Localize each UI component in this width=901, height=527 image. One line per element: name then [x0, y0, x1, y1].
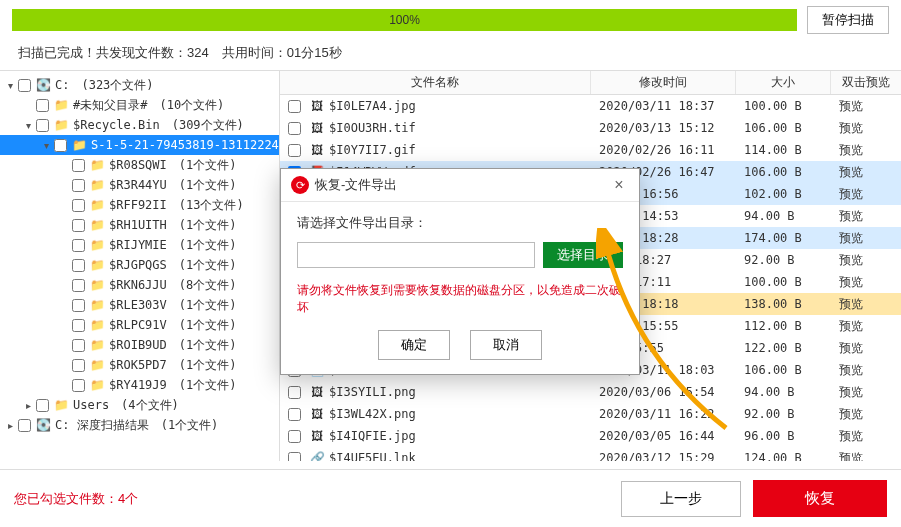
previous-step-button[interactable]: 上一步: [621, 481, 741, 517]
expand-toggle[interactable]: [58, 160, 70, 171]
file-row[interactable]: 🖼$I3SYILI.png2020/03/06 15:5494.00 B预览: [280, 381, 901, 403]
file-row[interactable]: 🖼$I3WL42X.png2020/03/11 16:2292.00 B预览: [280, 403, 901, 425]
expand-toggle[interactable]: [58, 260, 70, 271]
tree-item[interactable]: $RH1UITH (1个文件): [0, 215, 279, 235]
file-date: 2020/03/11 16:22: [591, 407, 736, 421]
file-preview-link[interactable]: 预览: [831, 406, 901, 423]
expand-toggle[interactable]: [58, 380, 70, 391]
file-preview-link[interactable]: 预览: [831, 208, 901, 225]
tree-item[interactable]: $RFF92II (13个文件): [0, 195, 279, 215]
tree-item[interactable]: $RJGPQGS (1个文件): [0, 255, 279, 275]
file-preview-link[interactable]: 预览: [831, 384, 901, 401]
file-preview-link[interactable]: 预览: [831, 362, 901, 379]
file-row[interactable]: 🖼$I4IQFIE.jpg2020/03/05 16:4496.00 B预览: [280, 425, 901, 447]
tree-checkbox[interactable]: [72, 299, 85, 312]
file-checkbox[interactable]: [288, 144, 301, 157]
expand-toggle[interactable]: [58, 200, 70, 211]
expand-toggle[interactable]: [58, 300, 70, 311]
tree-item[interactable]: #未知父目录# (10个文件): [0, 95, 279, 115]
file-row[interactable]: 🔗$I4UE5EU.lnk2020/03/12 15:29124.00 B预览: [280, 447, 901, 461]
expand-toggle[interactable]: [58, 320, 70, 331]
file-checkbox[interactable]: [288, 452, 301, 462]
tree-item[interactable]: ▾$Recycle.Bin (309个文件): [0, 115, 279, 135]
tree-checkbox[interactable]: [72, 319, 85, 332]
file-preview-link[interactable]: 预览: [831, 274, 901, 291]
tree-item[interactable]: ▾C: (323个文件): [0, 75, 279, 95]
tree-item[interactable]: ▾S-1-5-21-79453819-13112224: [0, 135, 279, 155]
expand-toggle[interactable]: [58, 360, 70, 371]
expand-toggle[interactable]: [58, 220, 70, 231]
tree-item[interactable]: $RLE303V (1个文件): [0, 295, 279, 315]
tree-item[interactable]: $RLPC91V (1个文件): [0, 315, 279, 335]
expand-toggle[interactable]: ▸: [4, 420, 16, 431]
tree-checkbox[interactable]: [72, 239, 85, 252]
folder-tree[interactable]: ▾C: (323个文件) #未知父目录# (10个文件)▾$Recycle.Bi…: [0, 71, 280, 461]
tree-checkbox[interactable]: [72, 219, 85, 232]
tree-item[interactable]: $RIJYMIE (1个文件): [0, 235, 279, 255]
col-preview[interactable]: 双击预览: [831, 71, 901, 94]
tree-checkbox[interactable]: [72, 159, 85, 172]
file-preview-link[interactable]: 预览: [831, 142, 901, 159]
col-size[interactable]: 大小: [736, 71, 831, 94]
tree-checkbox[interactable]: [36, 399, 49, 412]
tree-checkbox[interactable]: [72, 279, 85, 292]
tree-item[interactable]: $RKN6JJU (8个文件): [0, 275, 279, 295]
tree-item[interactable]: $R3R44YU (1个文件): [0, 175, 279, 195]
file-row[interactable]: 🖼$I0Y7II7.gif2020/02/26 16:11114.00 B预览: [280, 139, 901, 161]
file-preview-link[interactable]: 预览: [831, 120, 901, 137]
expand-toggle[interactable]: [58, 280, 70, 291]
file-preview-link[interactable]: 预览: [831, 340, 901, 357]
close-icon[interactable]: ×: [609, 175, 629, 195]
file-row[interactable]: 🖼$I0OU3RH.tif2020/03/13 15:12106.00 B预览: [280, 117, 901, 139]
file-preview-link[interactable]: 预览: [831, 252, 901, 269]
tree-checkbox[interactable]: [72, 259, 85, 272]
tree-checkbox[interactable]: [54, 139, 67, 152]
cancel-button[interactable]: 取消: [470, 330, 542, 360]
tree-item[interactable]: ▸Users (4个文件): [0, 395, 279, 415]
export-path-input[interactable]: [297, 242, 535, 268]
tree-item[interactable]: $ROK5PD7 (1个文件): [0, 355, 279, 375]
tree-checkbox[interactable]: [72, 379, 85, 392]
tree-item[interactable]: $RY419J9 (1个文件): [0, 375, 279, 395]
expand-toggle[interactable]: [58, 180, 70, 191]
tree-checkbox[interactable]: [36, 99, 49, 112]
tree-checkbox[interactable]: [72, 359, 85, 372]
recover-button[interactable]: 恢复: [753, 480, 887, 517]
file-preview-link[interactable]: 预览: [831, 230, 901, 247]
tree-checkbox[interactable]: [36, 119, 49, 132]
file-checkbox[interactable]: [288, 386, 301, 399]
file-preview-link[interactable]: 预览: [831, 296, 901, 313]
file-preview-link[interactable]: 预览: [831, 164, 901, 181]
folder-icon: [89, 178, 105, 192]
expand-toggle[interactable]: [22, 100, 34, 111]
file-preview-link[interactable]: 预览: [831, 186, 901, 203]
expand-toggle[interactable]: ▸: [22, 400, 34, 411]
file-preview-link[interactable]: 预览: [831, 450, 901, 462]
file-row[interactable]: 🖼$I0LE7A4.jpg2020/03/11 18:37100.00 B预览: [280, 95, 901, 117]
choose-folder-button[interactable]: 选择目录: [543, 242, 623, 268]
file-checkbox[interactable]: [288, 122, 301, 135]
tree-item[interactable]: $ROIB9UD (1个文件): [0, 335, 279, 355]
expand-toggle[interactable]: [58, 340, 70, 351]
tree-checkbox[interactable]: [72, 179, 85, 192]
expand-toggle[interactable]: [58, 240, 70, 251]
file-checkbox[interactable]: [288, 100, 301, 113]
ok-button[interactable]: 确定: [378, 330, 450, 360]
tree-checkbox[interactable]: [72, 339, 85, 352]
pause-scan-button[interactable]: 暂停扫描: [807, 6, 889, 34]
file-preview-link[interactable]: 预览: [831, 428, 901, 445]
tree-item[interactable]: ▸C: 深度扫描结果 (1个文件): [0, 415, 279, 435]
col-name[interactable]: 文件名称: [280, 71, 591, 94]
tree-item[interactable]: $R08SQWI (1个文件): [0, 155, 279, 175]
col-date[interactable]: 修改时间: [591, 71, 736, 94]
file-checkbox[interactable]: [288, 408, 301, 421]
tree-checkbox[interactable]: [18, 419, 31, 432]
tree-checkbox[interactable]: [72, 199, 85, 212]
tree-checkbox[interactable]: [18, 79, 31, 92]
file-checkbox[interactable]: [288, 430, 301, 443]
file-preview-link[interactable]: 预览: [831, 318, 901, 335]
expand-toggle[interactable]: ▾: [4, 80, 16, 91]
file-preview-link[interactable]: 预览: [831, 98, 901, 115]
expand-toggle[interactable]: ▾: [40, 140, 52, 151]
expand-toggle[interactable]: ▾: [22, 120, 34, 131]
